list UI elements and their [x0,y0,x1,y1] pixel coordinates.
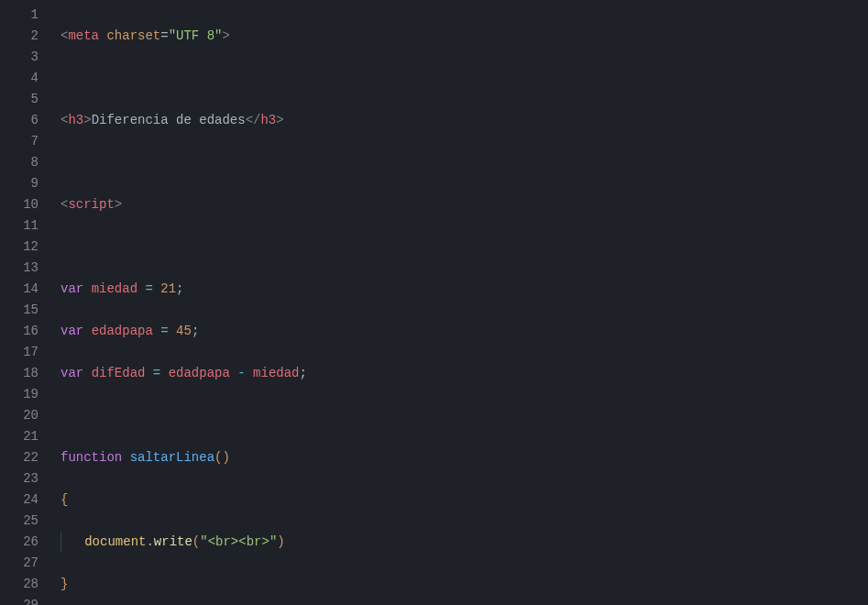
line-number: 29 [0,595,38,605]
number-literal: 21 [160,281,176,296]
string-literal: "<br><br>" [200,534,277,549]
keyword-var: var [60,366,83,380]
tag-h3-close: h3 [260,113,276,127]
angle-close: > [276,113,283,127]
line-number: 2 [0,26,38,47]
line-number: 24 [0,490,38,511]
line-number: 5 [0,89,38,110]
code-line [60,405,868,426]
dot: . [146,534,153,549]
brace-open: { [60,492,68,507]
code-line: var difEdad = edadpapa - miedad; [60,363,868,384]
paren-close: ) [277,534,284,549]
line-number: 20 [0,405,38,426]
code-line: <meta charset="UTF 8"> [60,26,868,47]
line-number: 13 [0,258,38,279]
line-number: 18 [0,363,38,384]
tag-script: script [68,197,114,212]
code-line: document.write("<br><br>") [60,532,868,553]
identifier: miedad [253,366,299,380]
function-name: saltarLinea [130,450,214,465]
line-number: 23 [0,468,38,490]
line-number: 7 [0,131,38,152]
attr-charset: charset [106,28,160,43]
code-line: var edadpapa = 45; [60,321,868,342]
code-line [60,152,868,173]
line-number: 22 [0,447,38,468]
line-number: 14 [0,279,38,300]
keyword-var: var [60,281,83,296]
code-editor[interactable]: 1234567891011121314151617181920212223242… [0,0,868,605]
code-line: } [60,574,868,595]
line-number: 10 [0,194,38,215]
code-line: function saltarLinea() [60,447,868,468]
line-number: 12 [0,236,38,258]
operator-assign: = [153,366,160,380]
paren-open: ( [192,534,200,549]
angle-close: > [222,28,229,43]
keyword-var: var [60,324,83,338]
code-line: { [60,490,868,511]
line-number: 17 [0,342,38,363]
operator-assign: = [160,324,168,338]
code-area[interactable]: <meta charset="UTF 8"> <h3>Diferencia de… [55,0,868,605]
line-number: 16 [0,321,38,342]
operator-minus: - [237,366,245,380]
semicolon: ; [300,366,307,380]
line-number: 3 [0,47,38,68]
line-number: 28 [0,574,38,595]
equals: = [160,28,168,43]
semicolon: ; [192,324,199,338]
identifier: edadpapa [169,366,230,380]
identifier: edadpapa [92,324,153,338]
operator-assign: = [145,281,152,296]
line-number: 4 [0,68,38,89]
line-number: 11 [0,215,38,236]
code-line [60,68,868,89]
number-literal: 45 [176,324,192,338]
line-number-gutter: 1234567891011121314151617181920212223242… [0,0,55,605]
line-number: 1 [0,5,38,26]
object-document: document [84,534,146,549]
keyword-function: function [60,450,122,465]
line-number: 15 [0,300,38,321]
identifier: miedad [92,281,137,296]
attr-value: UTF 8 [176,28,214,43]
angle-open-slash: </ [246,113,261,127]
quote: " [169,28,176,43]
code-line [60,236,868,258]
text-content: Diferencia de edades [92,113,246,127]
identifier: difEdad [92,366,146,380]
code-line: var miedad = 21; [60,279,868,300]
tag-h3: h3 [68,113,83,127]
paren-close: ) [222,450,229,465]
angle-close: > [115,197,122,212]
angle-close: > [83,113,91,127]
line-number: 25 [0,511,38,532]
line-number: 19 [0,384,38,405]
line-number: 9 [0,173,38,194]
line-number: 8 [0,152,38,173]
line-number: 6 [0,110,38,131]
line-number: 21 [0,426,38,447]
method-write: write [154,534,192,549]
line-number: 26 [0,532,38,553]
line-number: 27 [0,553,38,574]
code-line: <h3>Diferencia de edades</h3> [60,110,868,131]
tag-meta: meta [68,28,99,43]
semicolon: ; [176,281,183,296]
brace-close: } [60,577,68,591]
code-line: <script> [60,194,868,215]
